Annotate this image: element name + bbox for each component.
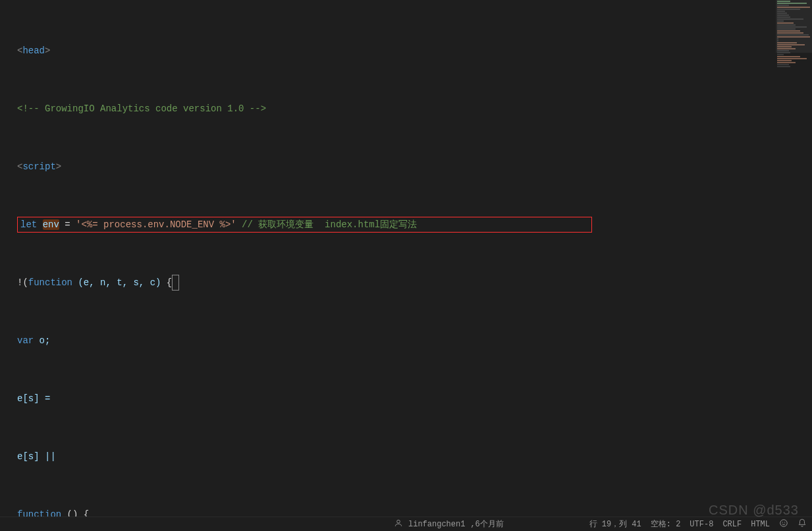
status-language[interactable]: HTML	[751, 520, 770, 529]
status-encoding[interactable]: UTF-8	[690, 520, 713, 529]
code-area[interactable]: <head> <!-- GrowingIO Analytics code ver…	[14, 0, 776, 517]
watermark: CSDN @d533	[709, 503, 799, 518]
tag-head: head	[22, 43, 45, 58]
comment-line: <!-- GrowingIO Analytics code version 1.…	[17, 101, 266, 116]
status-spaces[interactable]: 空格: 2	[651, 518, 681, 530]
minimap[interactable]	[776, 0, 812, 517]
user-icon	[394, 518, 403, 530]
highlighted-env-line: let env = '<%= process.env.NODE_ENV %>' …	[17, 217, 592, 233]
tag-script: script	[22, 159, 55, 174]
status-time-ago: ,6个月前	[470, 518, 503, 530]
status-author[interactable]: linfangchen1	[408, 520, 465, 529]
bracket-match	[172, 275, 178, 291]
svg-point-2	[782, 522, 783, 522]
status-line-col[interactable]: 行 19，列 41	[589, 518, 641, 530]
svg-point-3	[784, 522, 785, 522]
gutter	[0, 0, 14, 517]
svg-point-0	[397, 520, 400, 523]
minimap-slider[interactable]	[776, 0, 812, 53]
status-eol[interactable]: CRLF	[722, 520, 742, 529]
code-editor[interactable]: <head> <!-- GrowingIO Analytics code ver…	[0, 0, 776, 517]
bell-icon[interactable]	[798, 518, 807, 530]
feedback-icon[interactable]	[779, 518, 788, 530]
svg-point-1	[780, 519, 788, 526]
status-bar: linfangchen1,6个月前 行 19，列 41 空格: 2 UTF-8 …	[0, 517, 812, 531]
